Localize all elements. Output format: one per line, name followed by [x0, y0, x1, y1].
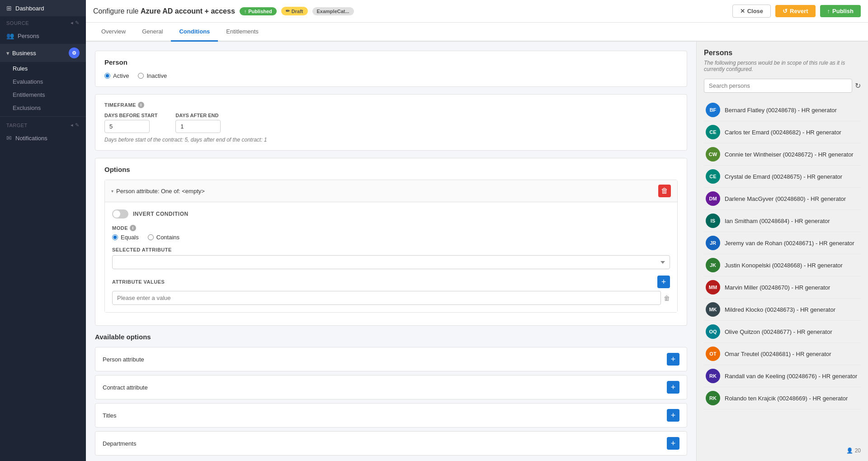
add-person-attr-button[interactable]: + — [667, 353, 679, 366]
persons-list: BFBernard Flatley (00248678) - HR genera… — [704, 99, 861, 444]
sidebar-item-exclusions[interactable]: Exclusions — [0, 101, 86, 114]
days-before-field: DAYS BEFORE START — [104, 113, 157, 133]
attr-values-label: ATTRIBUTE VALUES — [112, 279, 165, 285]
person-item: CECrystal de Emard (00248675) - HR gener… — [704, 166, 861, 188]
avail-item-contract-attribute[interactable]: Contract attribute + — [95, 375, 687, 399]
topbar: Configure rule Azure AD account + access… — [86, 0, 868, 23]
main-content: Configure rule Azure AD account + access… — [86, 0, 868, 461]
avatar: MK — [706, 302, 720, 317]
sidebar-item-business[interactable]: ▾ Business ⚙ — [0, 44, 86, 62]
delete-value-button[interactable]: 🗑 — [664, 295, 670, 302]
options-title: Options — [104, 166, 678, 173]
equals-radio-label[interactable]: Equals — [112, 234, 139, 241]
target-icons: ◂ ✎ — [71, 122, 80, 128]
sidebar-item-rules[interactable]: Rules — [0, 62, 86, 75]
persons-panel-desc: The following persons would be in scope … — [704, 60, 861, 72]
revert-button[interactable]: ↺ Revert — [775, 5, 815, 17]
avatar: DM — [706, 191, 720, 206]
avatar: JK — [706, 258, 720, 272]
days-after-input[interactable] — [175, 120, 221, 133]
add-value-button[interactable]: + — [657, 276, 670, 288]
person-item: DMDarlene MacGyver (00248680) - HR gener… — [704, 188, 861, 210]
active-radio[interactable] — [104, 73, 110, 79]
contains-radio[interactable] — [148, 234, 154, 240]
person-name: Randall van de Keeling (00248676) - HR g… — [725, 373, 857, 380]
avail-item-person-attribute[interactable]: Person attribute + — [95, 347, 687, 371]
search-persons-input[interactable] — [704, 79, 852, 93]
avatar: OT — [706, 347, 720, 361]
inactive-radio-label[interactable]: Inactive — [138, 72, 167, 79]
persons-icon: 👥 — [6, 32, 14, 39]
inactive-radio[interactable] — [138, 73, 144, 79]
days-after-label: DAYS AFTER END — [175, 113, 221, 118]
active-radio-label[interactable]: Active — [104, 72, 129, 79]
invert-label: INVERT CONDITION — [133, 211, 189, 217]
sidebar-item-notifications[interactable]: ✉ Notifications — [0, 130, 86, 146]
person-name: Jeremy van de Rohan (00248671) - HR gene… — [725, 240, 854, 247]
option-card: ▾ Person attribute: One of: <empty> 🗑 IN… — [104, 180, 678, 313]
tab-overview[interactable]: Overview — [93, 23, 134, 42]
timeframe-info-icon[interactable]: i — [138, 102, 144, 108]
mode-row: MODE i Equals Contains — [112, 225, 670, 241]
avatar: RK — [706, 391, 720, 405]
value-input-row: 🗑 — [112, 291, 670, 305]
delete-option-button[interactable]: 🗑 — [658, 185, 671, 197]
person-section-title: Person — [104, 58, 678, 66]
collapse-icon: ▾ — [111, 189, 113, 194]
option-card-header[interactable]: ▾ Person attribute: One of: <empty> 🗑 — [105, 180, 677, 202]
badge-published: ↑ Published — [240, 7, 277, 15]
avatar: RK — [706, 369, 720, 383]
publish-button[interactable]: ↑ Publish — [820, 5, 861, 17]
persons-panel-title: Persons — [704, 49, 861, 57]
toggle-knob — [113, 210, 120, 218]
person-item: BFBernard Flatley (00248678) - HR genera… — [704, 99, 861, 121]
attr-values-header: ATTRIBUTE VALUES + — [112, 276, 670, 288]
person-item: MMMarvin Miller (00248670) - HR generato… — [704, 276, 861, 299]
add-titles-button[interactable]: + — [667, 409, 679, 422]
notifications-icon: ✉ — [6, 134, 12, 142]
sidebar-item-evaluations[interactable]: Evaluations — [0, 75, 86, 88]
person-name: Connie ter Wintheiser (00248672) - HR ge… — [725, 151, 854, 158]
avatar: MM — [706, 280, 720, 295]
sidebar-section-target: Target ◂ ✎ — [0, 119, 86, 130]
sidebar-item-entitlements[interactable]: Entitlements — [0, 88, 86, 101]
sidebar-divider — [0, 116, 86, 117]
avail-item-departments[interactable]: Departments + — [95, 431, 687, 456]
avail-item-titles[interactable]: Titles + — [95, 403, 687, 428]
option-card-body: INVERT CONDITION MODE i Equal — [105, 202, 677, 312]
selected-attribute-section: SELECTED ATTRIBUTE — [112, 247, 670, 269]
tab-general[interactable]: General — [134, 23, 171, 42]
invert-toggle[interactable] — [112, 209, 128, 219]
tab-conditions[interactable]: Conditions — [171, 23, 218, 42]
avatar: JR — [706, 236, 720, 250]
badge-draft: ✏ Draft — [281, 7, 308, 15]
sidebar-item-persons[interactable]: 👥 Persons — [0, 28, 86, 44]
mode-info-icon[interactable]: i — [130, 225, 136, 231]
selected-attr-select[interactable] — [112, 255, 670, 269]
person-name: Ian Smitham (00248684) - HR generator — [725, 218, 830, 224]
sidebar-item-dashboard[interactable]: ⊞ Dashboard — [0, 0, 86, 16]
tab-entitlements[interactable]: Entitlements — [218, 23, 267, 42]
refresh-button[interactable]: ↻ — [855, 81, 861, 90]
person-item: OTOmar Treutel (00248681) - HR generator — [704, 343, 861, 365]
person-item: ISIan Smitham (00248684) - HR generator — [704, 210, 861, 232]
content-area: Person Active Inactive TIMEFRAME i — [86, 42, 868, 461]
person-name: Darlene MacGyver (00248680) - HR generat… — [725, 195, 846, 202]
equals-radio[interactable] — [112, 234, 118, 240]
value-input[interactable] — [112, 291, 661, 305]
option-card-header-left: ▾ Person attribute: One of: <empty> — [111, 188, 205, 195]
days-after-field: DAYS AFTER END — [175, 113, 221, 133]
sidebar-section-source: Source ◂ ✎ — [0, 16, 86, 28]
timeframe-section: TIMEFRAME i DAYS BEFORE START DAYS AFTER… — [95, 94, 687, 151]
contains-radio-label[interactable]: Contains — [148, 234, 179, 241]
business-icon: ⚙ — [69, 48, 80, 58]
invert-toggle-row: INVERT CONDITION — [112, 209, 670, 219]
add-contract-attr-button[interactable]: + — [667, 381, 679, 394]
close-button[interactable]: ✕ Close — [732, 5, 771, 18]
avatar: BF — [706, 103, 720, 117]
days-before-label: DAYS BEFORE START — [104, 113, 157, 118]
days-row: DAYS BEFORE START DAYS AFTER END — [104, 113, 678, 133]
add-departments-button[interactable]: + — [667, 437, 679, 450]
person-item: MKMildred Klocko (00248673) - HR generat… — [704, 299, 861, 321]
days-before-input[interactable] — [104, 120, 150, 133]
